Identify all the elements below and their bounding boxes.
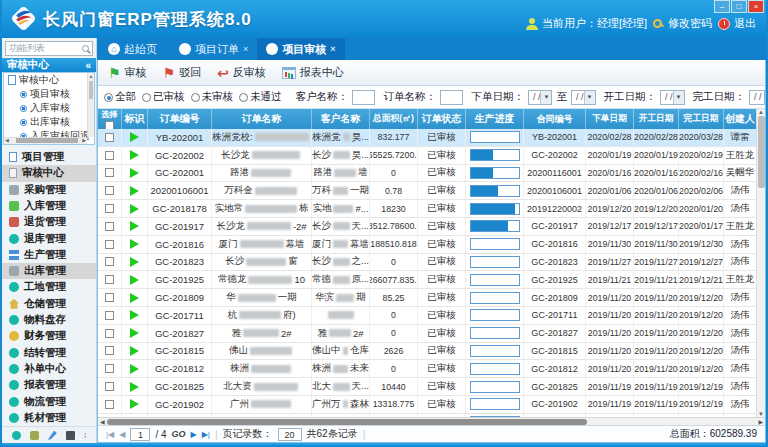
column-header-finish-date[interactable]: 完工日期 [679, 109, 724, 129]
horizontal-scrollbar[interactable]: ◀ ▶ [98, 417, 765, 425]
row-checkbox[interactable] [105, 240, 114, 249]
radio-icon[interactable] [104, 93, 113, 102]
toolbar-button[interactable]: 报表中心 [282, 65, 344, 80]
toolbar-button[interactable]: 驳回 [163, 65, 202, 80]
table-row[interactable]: GC-201902 广州 广州万森林 13318.775 已审核 [98, 396, 756, 414]
scrollbar-thumb[interactable] [758, 116, 765, 188]
toolbar-button[interactable]: 审核 [108, 65, 147, 80]
table-row[interactable]: GC-201812 株洲 株洲未来 0 已审核 [98, 360, 756, 378]
row-checkbox[interactable] [105, 311, 114, 320]
order-date-end-input[interactable]: / / ▼ [571, 90, 596, 105]
minimize-button[interactable]: – [714, 0, 730, 13]
row-checkbox[interactable] [105, 222, 114, 231]
table-row[interactable]: 已审核 [98, 414, 756, 417]
order-date-input[interactable]: / / ▼ [528, 90, 553, 105]
row-checkbox[interactable] [105, 168, 114, 177]
sidebar-menu-item[interactable]: 补单中心 [2, 361, 96, 377]
sidebar-menu-item[interactable]: 退货管理 [2, 214, 96, 230]
last-page-button[interactable]: ▶| [202, 430, 210, 439]
sidebar-menu-item[interactable]: 出库管理 [2, 263, 96, 279]
row-checkbox[interactable] [105, 151, 114, 160]
start-date-input[interactable]: / / ▼ [660, 90, 685, 105]
column-header-area[interactable]: 总面积(㎡) [370, 109, 418, 129]
tab[interactable]: ⌂ 起始页 [99, 38, 170, 60]
tab[interactable]: 项目订单 × [170, 38, 257, 60]
dot-icon[interactable] [12, 431, 21, 440]
table-row[interactable]: GC-201825 北大资 北大天... 10440 已审核 [98, 378, 756, 396]
prev-page-button[interactable]: ◀ [119, 430, 125, 439]
more-icon[interactable]: ⁞ [84, 431, 86, 440]
row-checkbox[interactable] [105, 204, 114, 213]
page-size-input[interactable]: 20 [278, 428, 302, 441]
row-checkbox[interactable] [105, 293, 114, 302]
scroll-right-icon[interactable]: ▶ [756, 418, 765, 425]
change-password-button[interactable]: 修改密码 [653, 16, 712, 31]
table-row[interactable]: GC-201925 常德龙10 常德原... 266077.835.. 已审核 [98, 271, 756, 289]
function-search-input[interactable]: 功能列表 [5, 41, 93, 56]
go-button[interactable]: GO [172, 429, 186, 439]
status-radio[interactable]: 已审核 [142, 90, 185, 104]
tab[interactable]: 项目审核 × [257, 38, 344, 60]
sidebar-menu-item[interactable]: 结转管理 [2, 345, 96, 361]
dropdown-icon[interactable]: ▼ [584, 91, 595, 104]
table-row[interactable]: GC-201816 厦门幕墙 厦门幕墙 188510.818 已审核 [98, 236, 756, 254]
tree-root-audit-center[interactable]: 审核中心 [4, 73, 94, 87]
table-row[interactable]: GC-201917 长沙龙-2# 长沙天... 8512.78600.. 已审核 [98, 218, 756, 236]
row-checkbox[interactable] [105, 329, 114, 338]
row-checkbox[interactable] [105, 133, 114, 142]
column-header-start-date[interactable]: 开工日期 [634, 109, 679, 129]
column-header-select[interactable]: 选择 [98, 109, 122, 129]
column-header-order-no[interactable]: 订单编号 [148, 109, 212, 129]
tree-item[interactable]: 项目审核 [4, 87, 94, 101]
row-checkbox[interactable] [105, 364, 114, 373]
table-row[interactable]: GC-201711 杭府) 0 已审核 [98, 307, 756, 325]
sidebar-menu-item[interactable]: 入库管理 [2, 198, 96, 214]
table-row[interactable]: GC-2018178 实地常栋 实地#... 18230 已审核 [98, 200, 756, 218]
column-header-contract[interactable]: 合同编号 [524, 109, 586, 129]
next-page-button[interactable]: ▶ [191, 430, 197, 439]
row-checkbox[interactable] [105, 275, 114, 284]
column-header-creator[interactable]: 创建人 [724, 109, 756, 129]
cart-icon[interactable] [30, 431, 39, 440]
table-row[interactable]: GC-201809 华一期 华滨期 85.25 已审核 [98, 289, 756, 307]
table-row[interactable]: GC-201823 长沙窗 长沙之... 0 已审核 [98, 254, 756, 272]
toolbar-button[interactable]: 反审核 [217, 65, 266, 80]
dropdown-icon[interactable]: ▼ [673, 91, 684, 104]
sidebar-menu-item[interactable]: 工地管理 [2, 279, 96, 295]
sidebar-menu-item[interactable]: 报表管理 [2, 377, 96, 393]
column-header-order-date[interactable]: 下单日期 [586, 109, 634, 129]
radio-icon[interactable] [142, 93, 151, 102]
dropdown-icon[interactable]: ▼ [540, 91, 551, 104]
sidebar-menu-item[interactable]: 退库管理 [2, 230, 96, 246]
column-header-status[interactable]: 订单状态 [418, 109, 466, 129]
tree-item[interactable]: 入库审核 [4, 101, 94, 115]
scrollbar-thumb[interactable] [107, 419, 587, 425]
tree-item[interactable]: 出库审核 [4, 115, 94, 129]
table-row[interactable]: GC-201827 雅2# 雅2# 0 已审核 [98, 325, 756, 343]
status-radio[interactable]: 未通过 [239, 90, 282, 104]
column-header-customer[interactable]: 客户名称 [312, 109, 370, 129]
logout-button[interactable]: 退出 [718, 16, 756, 31]
row-checkbox[interactable] [105, 400, 114, 409]
sidebar-menu-item[interactable]: 耗材管理 [2, 410, 96, 426]
sidebar-menu-item[interactable]: 物流管理 [2, 393, 96, 409]
maximize-button[interactable]: □ [731, 0, 747, 13]
radio-icon[interactable] [239, 93, 248, 102]
table-row[interactable]: 20200106001 万科金 万科一期 0.78 已审核 [98, 182, 756, 200]
sidebar-menu-item[interactable]: 物料盘存 [2, 312, 96, 328]
status-radio[interactable]: 全部 [104, 90, 136, 104]
sidebar-menu-item[interactable]: 仓储管理 [2, 296, 96, 312]
sidebar-menu-item[interactable]: 审核中心 [2, 165, 96, 181]
close-tab-icon[interactable]: × [243, 44, 248, 54]
order-name-input[interactable] [440, 90, 463, 105]
column-header-progress[interactable]: 生产进度 [466, 109, 524, 129]
table-row[interactable]: YB-202001 株洲党校: 株洲党昊... 832.177 已审核 [98, 129, 756, 147]
column-header-order-name[interactable]: 订单名称 [212, 109, 312, 129]
pen-icon[interactable] [48, 431, 57, 440]
sidebar-menu-item[interactable]: 项目管理 [2, 149, 96, 165]
row-checkbox[interactable] [105, 346, 114, 355]
search-icon[interactable] [82, 45, 89, 52]
vertical-scrollbar[interactable]: ▲▼ [756, 109, 765, 417]
status-radio[interactable]: 未审核 [191, 90, 234, 104]
finish-date-input[interactable]: / / [749, 90, 765, 105]
